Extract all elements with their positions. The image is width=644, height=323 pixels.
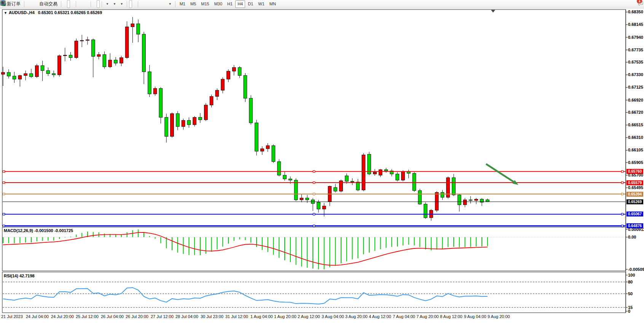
line-handle[interactable]: [622, 182, 623, 184]
bar-chart-button[interactable]: [63, 0, 66, 8]
separator: [91, 1, 91, 7]
timeframe-button-m1[interactable]: M1: [177, 0, 188, 8]
rsi-pane[interactable]: [2, 272, 626, 313]
candle-body: [244, 75, 247, 98]
zoom-in-button[interactable]: [78, 0, 81, 8]
ohlc-values: 0.65301 0.65321 0.65265 0.65269: [38, 10, 102, 15]
line-handle[interactable]: [622, 225, 623, 227]
search-button[interactable]: [633, 0, 636, 8]
macd-pane[interactable]: [2, 227, 626, 271]
notifications-button[interactable]: 1: [637, 0, 640, 8]
price-tick-label-0.65905: 0.65905: [628, 160, 643, 165]
community-button[interactable]: [30, 0, 33, 8]
price-tick-label-0.66105: 0.66105: [628, 148, 643, 152]
price-tag-0.65394: 0.65394: [626, 192, 643, 197]
line-handle[interactable]: [3, 213, 5, 215]
timeframe-button-m30[interactable]: M30: [212, 0, 225, 8]
time-label: 1 Aug 20:00: [274, 314, 296, 319]
candle-body: [260, 149, 264, 151]
text-tool-button[interactable]: A: [159, 0, 162, 8]
price-tag-0.64876: 0.64876: [626, 223, 643, 228]
periods-button[interactable]: ▼: [111, 0, 118, 8]
line-handle[interactable]: [313, 213, 315, 215]
auto-scroll-button[interactable]: [93, 0, 96, 8]
candle-body: [137, 24, 140, 34]
label-tool-button[interactable]: T: [163, 0, 166, 8]
dropdown-caret: ▼: [169, 2, 172, 6]
candle-body: [283, 175, 287, 179]
candle-body: [221, 79, 225, 90]
zoom-out-button[interactable]: [82, 0, 85, 8]
search-icon: [0, 0, 6, 6]
candle-body: [368, 154, 371, 174]
timeframe-button-m5[interactable]: M5: [188, 0, 198, 8]
vertical-line-tool-button[interactable]: [140, 0, 143, 8]
signals-button[interactable]: [34, 0, 37, 8]
candle-body: [356, 182, 360, 190]
line-handle[interactable]: [3, 182, 5, 184]
trendline-tool-button[interactable]: [148, 0, 151, 8]
line-handle[interactable]: [313, 170, 315, 172]
indicators-button[interactable]: ▼: [104, 0, 110, 8]
line-handle[interactable]: [313, 182, 315, 184]
arrows-tool-button[interactable]: ▼: [167, 0, 173, 8]
candle-body: [80, 40, 84, 41]
line-handle[interactable]: [3, 193, 5, 195]
dropdown-caret: ▼: [106, 2, 109, 6]
auto-trading-button[interactable]: 自动交易: [38, 0, 59, 8]
candlestick-chart-button[interactable]: [67, 0, 70, 8]
timeframe-button-d1[interactable]: D1: [245, 0, 255, 8]
line-handle[interactable]: [3, 225, 5, 227]
timeframe-button-mn[interactable]: MN: [267, 0, 278, 8]
styler-button[interactable]: [26, 0, 29, 8]
new-order-button[interactable]: 新订单: [5, 0, 22, 8]
price-tick-label-0.67330: 0.67330: [628, 72, 643, 77]
time-label: 31 Jul 12:00: [225, 314, 248, 319]
time-label: 25 Jul 12:00: [76, 314, 99, 319]
candle-body: [193, 117, 196, 124]
candle-body: [204, 105, 207, 120]
chart-canvas[interactable]: [0, 0, 644, 323]
line-handle[interactable]: [622, 213, 623, 215]
candle-body: [227, 71, 230, 79]
line-chart-button[interactable]: [71, 0, 74, 8]
line-handle[interactable]: [622, 170, 623, 172]
line-handle[interactable]: [313, 225, 315, 227]
timeframe-button-h4[interactable]: H4: [235, 0, 245, 8]
channel-tool-button[interactable]: E: [151, 0, 155, 8]
new-order-label: 新订单: [7, 1, 21, 7]
candle-body: [165, 117, 168, 136]
price-tick-label-0.66720: 0.66720: [628, 110, 643, 115]
candle-body: [86, 40, 89, 41]
collapse-triangle-icon[interactable]: ▼: [4, 11, 7, 15]
trading-terminal-window: { "toolbar": { "new_order_label": "新订单",…: [0, 0, 644, 323]
candle-body: [97, 54, 100, 56]
candle-body: [452, 178, 456, 195]
candle-body: [30, 74, 33, 77]
candle-body: [249, 98, 253, 123]
price-tick-label-0.68350: 0.68350: [628, 10, 643, 14]
fibonacci-tool-button[interactable]: F: [155, 0, 158, 8]
cursor-tool-button[interactable]: [129, 0, 132, 8]
timeframe-button-w1[interactable]: W1: [256, 0, 267, 8]
line-handle[interactable]: [313, 193, 315, 195]
separator: [102, 1, 102, 7]
candle-body: [266, 146, 269, 149]
line-handle[interactable]: [3, 170, 5, 172]
chart-shift-button[interactable]: [97, 0, 100, 8]
candle-body: [373, 172, 376, 174]
timeframe-button-h1[interactable]: H1: [225, 0, 235, 8]
horizontal-line-tool-button[interactable]: [144, 0, 147, 8]
line-handle[interactable]: [622, 193, 623, 195]
crosshair-tool-button[interactable]: [133, 0, 136, 8]
separator: [24, 1, 24, 7]
candle-body: [306, 198, 309, 200]
price-tick-label-0.67940: 0.67940: [628, 35, 643, 40]
templates-button[interactable]: ▼: [118, 0, 125, 8]
candle-body: [289, 179, 292, 180]
candle-body: [52, 74, 56, 75]
candle-body: [294, 180, 298, 200]
tile-windows-button[interactable]: [86, 0, 89, 8]
price-tick-label-0.66310: 0.66310: [628, 135, 643, 140]
timeframe-button-m15[interactable]: M15: [199, 0, 211, 8]
